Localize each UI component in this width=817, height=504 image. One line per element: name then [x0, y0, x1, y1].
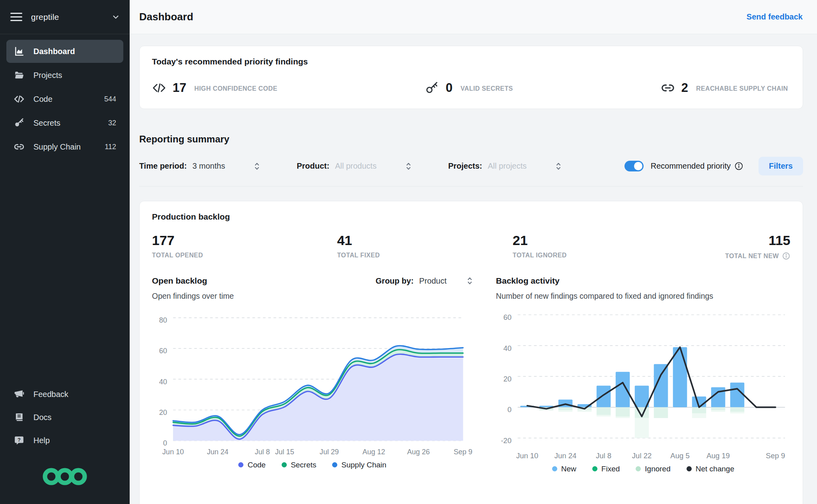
svg-text:Jul 15: Jul 15 — [275, 448, 294, 456]
legend-item[interactable]: Fixed — [592, 465, 620, 473]
group-by-label: Group by: — [375, 276, 414, 286]
book-icon — [14, 412, 25, 423]
stat-total-fixed: 41 TOTAL FIXED — [337, 233, 512, 260]
svg-text:-20: -20 — [501, 436, 512, 445]
hamburger-menu-icon[interactable] — [10, 13, 22, 21]
key-icon — [14, 117, 25, 128]
legend-item[interactable]: Ignored — [636, 465, 670, 473]
legend-item[interactable]: Secrets — [282, 461, 316, 469]
svg-text:Jun 10: Jun 10 — [516, 451, 539, 460]
production-backlog-card: Production backlog 177 TOTAL OPENED 41 T… — [139, 201, 803, 504]
legend-label: Code — [247, 461, 265, 469]
projects-value: All projects — [488, 162, 527, 171]
key-icon — [425, 81, 439, 95]
legend-item[interactable]: Supply Chain — [332, 461, 386, 469]
svg-text:?: ? — [18, 437, 21, 443]
svg-text:Jul 22: Jul 22 — [632, 451, 652, 460]
sidebar-item-help[interactable]: ? Help — [6, 429, 123, 451]
legend-dot-icon — [687, 466, 692, 471]
top-bar: Dashboard Send feedback — [130, 0, 817, 34]
chevron-updown-icon — [555, 162, 562, 171]
sidebar-item-label: Docs — [33, 413, 52, 422]
legend-item[interactable]: Net change — [687, 465, 734, 473]
metric-label: VALID SECRETS — [461, 85, 513, 92]
folder-icon — [14, 70, 25, 81]
product-label: Product: — [297, 162, 329, 171]
greptile-logo — [6, 452, 123, 490]
legend-dot-icon — [552, 466, 557, 471]
org-switcher[interactable]: greptile — [0, 0, 130, 34]
megaphone-icon — [14, 389, 25, 400]
reporting-summary-title: Reporting summary — [139, 134, 803, 145]
main-area: Dashboard Send feedback Today's recommen… — [130, 0, 817, 504]
legend-item[interactable]: New — [552, 465, 576, 473]
org-name: greptile — [31, 12, 59, 22]
supply-chain-count: 112 — [105, 143, 116, 151]
sidebar-item-secrets[interactable]: Secrets 32 — [6, 111, 123, 134]
stat-total-ignored: 21 TOTAL IGNORED — [513, 233, 714, 260]
open-backlog-section: Open backlog Group by: Product Open find… — [152, 276, 473, 473]
sidebar-item-supply-chain[interactable]: Supply Chain 112 — [6, 135, 123, 158]
legend-dot-icon — [332, 462, 337, 467]
info-icon[interactable] — [734, 162, 743, 171]
section-divider — [139, 186, 803, 187]
legend-label: Secrets — [291, 461, 316, 469]
group-by-value: Product — [419, 276, 447, 286]
sidebar-item-dashboard[interactable]: Dashboard — [6, 40, 123, 63]
time-period-select[interactable]: Time period: 3 months — [139, 162, 260, 171]
backlog-stats: 177 TOTAL OPENED 41 TOTAL FIXED 21 TOTAL… — [152, 233, 790, 260]
code-icon — [14, 93, 25, 105]
product-select[interactable]: Product: All products — [297, 162, 412, 171]
svg-text:0: 0 — [163, 439, 167, 447]
dashboard-chart-icon — [14, 46, 25, 57]
svg-text:60: 60 — [159, 347, 167, 355]
recommended-priority-label: Recommended priority — [651, 162, 731, 171]
production-backlog-title: Production backlog — [152, 212, 790, 222]
metric-label: HIGH CONFIDENCE CODE — [194, 85, 277, 92]
svg-text:20: 20 — [159, 409, 167, 416]
sidebar-item-projects[interactable]: Projects — [6, 64, 123, 87]
svg-text:Aug 12: Aug 12 — [362, 448, 385, 456]
info-icon[interactable] — [782, 252, 790, 260]
svg-text:60: 60 — [503, 313, 512, 321]
legend-item[interactable]: Code — [238, 461, 265, 469]
svg-text:40: 40 — [159, 378, 167, 386]
legend-dot-icon — [282, 462, 287, 467]
backlog-activity-subtitle: Number of new findings compared to fixed… — [496, 292, 790, 301]
chevron-down-icon — [111, 13, 120, 21]
group-by-select[interactable]: Group by: Product — [375, 276, 473, 286]
legend-label: Net change — [696, 465, 734, 473]
sidebar-item-feedback[interactable]: Feedback — [6, 383, 123, 405]
filters-button[interactable]: Filters — [759, 157, 803, 175]
recommended-priority-toggle[interactable] — [624, 161, 644, 171]
svg-text:80: 80 — [159, 316, 167, 324]
projects-select[interactable]: Projects: All projects — [448, 162, 562, 171]
time-period-label: Time period: — [139, 162, 187, 171]
sidebar-item-docs[interactable]: Docs — [6, 406, 123, 428]
svg-text:Aug 19: Aug 19 — [706, 451, 730, 460]
svg-text:Jun 24: Jun 24 — [207, 448, 228, 456]
page-title: Dashboard — [139, 11, 193, 23]
code-icon — [152, 81, 166, 95]
chevron-updown-icon — [467, 276, 473, 285]
metric-label: REACHABLE SUPPLY CHAIN — [696, 85, 788, 92]
sidebar-item-code[interactable]: Code 544 — [6, 88, 123, 111]
svg-text:Aug 5: Aug 5 — [670, 451, 689, 460]
stat-total-opened: 177 TOTAL OPENED — [152, 233, 337, 260]
svg-text:Jul 8: Jul 8 — [596, 451, 611, 460]
open-backlog-subtitle: Open findings over time — [152, 292, 473, 301]
svg-text:Jun 10: Jun 10 — [162, 448, 184, 456]
legend-dot-icon — [238, 462, 243, 467]
metric-value: 17 — [173, 81, 186, 95]
chevron-updown-icon — [405, 162, 412, 171]
svg-text:Jul 8: Jul 8 — [255, 448, 270, 456]
legend-label: Ignored — [645, 465, 670, 473]
sidebar-item-label: Code — [33, 95, 53, 104]
metric-valid-secrets: 0 VALID SECRETS — [425, 81, 513, 95]
sidebar: greptile Dashboard Projects Code 544 — [0, 0, 130, 504]
backlog-activity-title: Backlog activity — [496, 276, 560, 286]
send-feedback-link[interactable]: Send feedback — [747, 12, 803, 21]
legend-label: Fixed — [601, 465, 620, 473]
svg-text:Jul 29: Jul 29 — [320, 448, 339, 456]
svg-text:40: 40 — [503, 344, 512, 352]
